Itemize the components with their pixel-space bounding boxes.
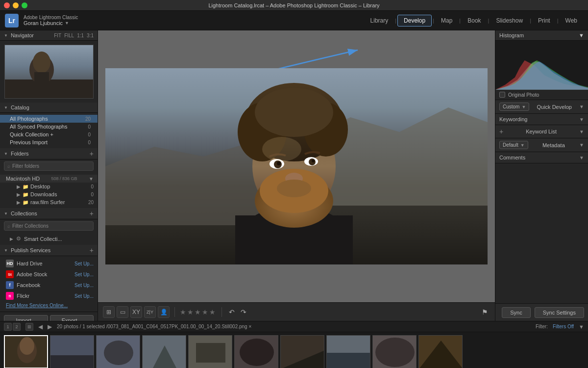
folders-search-placeholder: Filter folders [12, 163, 39, 169]
hard-drive-setup[interactable]: Set Up... [74, 261, 94, 266]
rotate-right-button[interactable]: ↷ [239, 308, 248, 316]
filmstrip-thumb-9[interactable] [372, 335, 416, 368]
metadata-preset-select[interactable]: Default ▼ [499, 141, 528, 149]
minimize-button[interactable] [13, 2, 19, 8]
navigator-preview[interactable] [4, 45, 94, 99]
desktop-label: Desktop [30, 184, 50, 189]
grid-layout-button[interactable]: ⊞ [25, 323, 33, 331]
catalog-triangle: ▼ [4, 105, 8, 110]
catalog-quick-collection[interactable]: Quick Collection + 0 [0, 131, 98, 138]
folder-desktop[interactable]: ▶ 📁 Desktop 0 [11, 183, 98, 190]
adobe-stock-setup[interactable]: Set Up... [74, 272, 94, 277]
preset-select[interactable]: Custom ▼ [499, 103, 529, 111]
folders-header[interactable]: ▼ Folders + [0, 148, 98, 159]
filter-dropdown[interactable]: ▼ [579, 324, 584, 330]
comments-header[interactable]: Comments ▼ [495, 152, 588, 163]
survey-view-button[interactable]: Z|Y [144, 306, 156, 318]
folders-search[interactable]: ⌕ Filter folders [4, 161, 94, 171]
app-logo: Lr [5, 14, 19, 27]
quick-develop-header[interactable]: Custom ▼ Quick Develop ▼ [495, 100, 588, 113]
filter-value[interactable]: Filters Off [553, 324, 574, 329]
export-button[interactable]: Export... [50, 315, 94, 321]
people-view-button[interactable]: 👤 [158, 306, 170, 318]
filmstrip-thumb-8[interactable] [326, 335, 370, 368]
sync-button[interactable]: Sync [502, 307, 530, 318]
filmstrip-thumb-5[interactable] [188, 335, 232, 368]
catalog-prev-import[interactable]: Previous Import 0 [0, 138, 98, 146]
tab-library[interactable]: Library [365, 15, 394, 26]
page-2-button[interactable]: 2 [13, 323, 21, 331]
keywording-header[interactable]: Keywording ▼ [495, 114, 588, 125]
zoom-fit[interactable]: FIT [54, 33, 61, 38]
svg-point-48 [375, 338, 415, 367]
tab-develop[interactable]: Develop [397, 15, 432, 26]
star-rating[interactable]: ★★★★★ [180, 308, 217, 316]
filmstrip-thumb-6[interactable] [234, 335, 278, 368]
grid-view-button[interactable]: ⊞ [103, 306, 115, 318]
import-export-bar: Import... Export... [0, 312, 98, 321]
tab-book[interactable]: Book [462, 15, 487, 26]
collections-header[interactable]: ▼ Collections + [0, 208, 98, 219]
loupe-view-button[interactable]: ▭ [117, 306, 128, 318]
tab-web[interactable]: Web [560, 15, 583, 26]
folders-add-button[interactable]: + [90, 150, 94, 157]
svg-point-23 [277, 161, 281, 165]
page-1-button[interactable]: 1 [4, 323, 12, 331]
zoom-fill[interactable]: FILL [64, 33, 74, 38]
histogram-header[interactable]: Histogram ▼ [495, 30, 588, 41]
compare-view-button[interactable]: XY [130, 306, 142, 318]
nav-sep-5: | [529, 18, 532, 24]
publish-adobe-stock[interactable]: St Adobe Stock Set Up... [0, 269, 98, 280]
smart-collections[interactable]: ▶ ⚙ Smart Collecti... [0, 235, 98, 243]
catalog-all-photos[interactable]: All Photographs 20 [0, 115, 98, 123]
collections-search[interactable]: ⌕ Filter Collections [4, 221, 94, 231]
rotate-left-button[interactable]: ↶ [227, 308, 237, 316]
publish-hard-drive[interactable]: HD Hard Drive Set Up... [0, 258, 98, 269]
folder-macintosh-hd[interactable]: Macintosh HD 508 / 836 GB ▼ [0, 175, 98, 183]
nav-prev-button[interactable]: ◀ [38, 323, 43, 330]
filmstrip-thumb-1[interactable] [4, 335, 48, 368]
tab-print[interactable]: Print [532, 15, 556, 26]
flickr-setup[interactable]: Set Up... [74, 293, 94, 299]
filmstrip-thumb-10[interactable] [418, 335, 463, 368]
publish-add-button[interactable]: + [90, 247, 94, 254]
close-button[interactable] [4, 2, 10, 8]
import-button[interactable]: Import... [4, 315, 48, 321]
navigator-header[interactable]: ▼ Navigator FIT FILL 1:1 3:1 [0, 30, 98, 41]
svg-point-41 [240, 339, 274, 366]
catalog-synced-photos[interactable]: All Synced Photographs 0 [0, 123, 98, 131]
nav-sep-2: | [432, 18, 435, 24]
collections-add-button[interactable]: + [90, 210, 94, 217]
tab-map[interactable]: Map [435, 15, 458, 26]
view-page-buttons: 1 2 [4, 323, 21, 331]
nav-next-button[interactable]: ▶ [48, 323, 52, 330]
action-group: ↶ ↷ [227, 308, 248, 316]
user-dropdown-icon[interactable]: ▼ [65, 21, 69, 26]
zoom-3to1[interactable]: 3:1 [87, 33, 94, 38]
keyword-list-header[interactable]: + Keyword List ▼ [495, 125, 588, 138]
maximize-button[interactable] [22, 2, 27, 8]
filmstrip-thumb-2[interactable] [50, 335, 94, 368]
sync-settings-button[interactable]: Sync Settings [535, 307, 584, 318]
catalog-header[interactable]: ▼ Catalog [0, 103, 98, 113]
filmstrip-thumb-4[interactable] [142, 335, 186, 368]
filmstrip-thumb-3[interactable] [96, 335, 140, 368]
publish-facebook[interactable]: f Facebook Set Up... [0, 280, 98, 290]
photo-area[interactable] [98, 30, 495, 302]
disk-dropdown[interactable]: ▼ [89, 176, 94, 182]
tab-slideshow[interactable]: Slideshow [490, 15, 529, 26]
smart-coll-label: Smart Collecti... [24, 236, 62, 242]
publish-services-header[interactable]: ▼ Publish Services + [0, 245, 98, 256]
histogram-arrow: ▼ [579, 32, 584, 38]
find-more-services[interactable]: Find More Services Online... [0, 301, 98, 310]
zoom-1to1[interactable]: 1:1 [77, 33, 84, 38]
flag-button[interactable]: ⚑ [480, 308, 490, 316]
original-photo-checkbox[interactable] [499, 92, 505, 98]
publish-flickr[interactable]: fl Flickr Set Up... [0, 290, 98, 301]
folder-downloads[interactable]: ▶ 📁 Downloads 0 [11, 190, 98, 198]
keyword-list-add-button[interactable]: + [499, 128, 503, 135]
filmstrip-thumb-7[interactable] [280, 335, 324, 368]
metadata-header[interactable]: Default ▼ Metadata ▼ [495, 138, 588, 152]
facebook-setup[interactable]: Set Up... [74, 283, 94, 288]
folder-rawfilm[interactable]: ▶ 📁 raw.film Surfer 20 [11, 198, 98, 206]
